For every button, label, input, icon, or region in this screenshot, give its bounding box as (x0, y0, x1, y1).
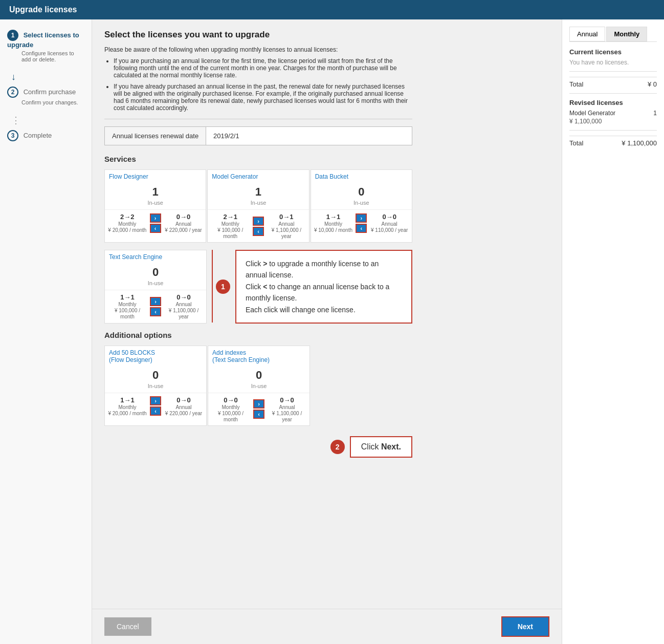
downgrade-btn-indexes[interactable]: ‹ (253, 410, 264, 419)
page-title: Upgrade licenses (9, 5, 77, 14)
service-controls-flow: 2→2 Monthly ¥ 20,000 / month › ‹ 0→0 Ann… (105, 210, 206, 236)
monthly-col-model: 2→1 Monthly ¥ 100,000 / month (210, 213, 251, 239)
step-3: 3 Complete (7, 130, 84, 141)
service-inuse-blocks: 0 In-use (105, 366, 206, 393)
upgrade-btn-flow[interactable]: › (150, 213, 161, 223)
service-inuse-flow: 1 In-use (105, 182, 206, 210)
revised-item-count: 1 (653, 110, 657, 117)
renewal-date-box: Annual licenses renewal date 2019/2/1 (104, 126, 412, 145)
services-section-title: Services (104, 155, 412, 163)
tooltip-circle-1: 1 (216, 280, 230, 294)
cancel-button[interactable]: Cancel (104, 617, 151, 636)
service-controls-blocks: 1→1 Monthly ¥ 20,000 / month › ‹ 0→0 Ann… (105, 393, 206, 419)
current-licenses-title: Current licenses (569, 48, 657, 56)
service-name-flow: Flow Designer (105, 170, 206, 182)
additional-grid: Add 50 BLOCKS (Flow Designer) 0 In-use 1… (104, 346, 412, 426)
step-1-number: 1 (7, 30, 18, 41)
step-3-title: Complete (24, 132, 52, 139)
tooltip-area: 1 Click > to upgrade a monthly license t… (212, 250, 412, 324)
service-add-blocks: Add 50 BLOCKS (Flow Designer) 0 In-use 1… (104, 346, 207, 426)
service-add-indexes: Add indexes (Text Search Engine) 0 In-us… (208, 346, 310, 426)
revised-item-name: Model Generator (569, 110, 615, 117)
tooltip-circle-2: 2 (330, 440, 345, 454)
downgrade-btn-flow[interactable]: ‹ (150, 224, 161, 233)
upgrade-btn-data[interactable]: › (356, 213, 367, 223)
monthly-col-flow: 2→2 Monthly ¥ 20,000 / month (107, 213, 148, 233)
arrow-btns-text[interactable]: › ‹ (150, 297, 161, 316)
tab-annual[interactable]: Annual (569, 27, 605, 41)
notice-intro: Please be aware of the following when up… (104, 46, 412, 53)
tabs-row: Annual Monthly (569, 27, 657, 42)
upgrade-btn-indexes[interactable]: › (253, 399, 264, 409)
service-controls-data: 1→1 Monthly ¥ 10,000 / month › ‹ 0→0 Ann… (311, 210, 412, 236)
revised-total-value: ¥ 1,100,000 (622, 139, 657, 147)
service-inuse-indexes: 0 In-use (208, 366, 309, 393)
click-next-area: 2 Click Next. (104, 436, 412, 458)
service-inuse-data: 0 In-use (311, 182, 412, 210)
arrow-btns-blocks[interactable]: › ‹ (150, 396, 161, 416)
revised-total-label: Total (569, 139, 583, 147)
arrow-btns-model[interactable]: › ‹ (253, 217, 264, 236)
annual-col-model: 0→1 Annual ¥ 1,100,000 / year (266, 213, 307, 239)
current-total-row: Total ¥ 0 (569, 77, 657, 88)
downgrade-btn-text[interactable]: ‹ (150, 307, 161, 316)
current-total: ¥ 0 (648, 80, 657, 88)
upgrade-btn-text[interactable]: › (150, 297, 161, 306)
main-heading: Select the licenses you want to upgrade (104, 30, 412, 40)
revised-total-row: Total ¥ 1,100,000 (569, 136, 657, 147)
tooltip-box: Click > to upgrade a monthly license to … (235, 250, 412, 324)
arrow-btns-flow[interactable]: › ‹ (150, 213, 161, 233)
revised-item: Model Generator 1 (569, 110, 657, 117)
arrow-btns-indexes[interactable]: › ‹ (253, 399, 264, 419)
sidebar: 1 Select licenses to upgrade Configure l… (0, 19, 92, 644)
services-grid: Flow Designer 1 In-use 2→2 Monthly ¥ 20,… (104, 169, 412, 243)
step-arrow-1: ↓ (11, 72, 84, 82)
revised-item-price: ¥ 1,100,000 (569, 118, 657, 125)
arrow-btns-data[interactable]: › ‹ (356, 213, 367, 233)
step-3-number: 3 (7, 130, 18, 141)
service-model-generator: Model Generator 1 In-use 2→1 Monthly ¥ 1… (207, 169, 309, 243)
renewal-label: Annual licenses renewal date (105, 127, 206, 145)
service-inuse-text: 0 In-use (105, 263, 206, 290)
downgrade-btn-model[interactable]: ‹ (253, 227, 264, 236)
step-2-subtitle: Confirm your changes. (21, 99, 84, 105)
service-controls-model: 2→1 Monthly ¥ 100,000 / month › ‹ 0→1 An… (208, 210, 308, 242)
tab-monthly[interactable]: Monthly (606, 27, 647, 41)
step-dots: ⋮ (11, 115, 84, 126)
step-1-subtitle: Configure licenses to add or delete. (21, 50, 84, 62)
additional-title: Additional options (104, 331, 412, 339)
content-area: Select the licenses you want to upgrade … (92, 19, 425, 609)
annual-col-flow: 0→0 Annual ¥ 220,000 / year (163, 213, 204, 233)
service-name-model: Model Generator (208, 170, 308, 182)
click-next-label: Click Next. (350, 436, 412, 458)
next-button[interactable]: Next (501, 616, 549, 637)
service-text-search: Text Search Engine 0 In-use 1→1 Monthly … (104, 250, 207, 324)
upgrade-btn-model[interactable]: › (253, 217, 264, 226)
annual-col-data: 0→0 Annual ¥ 110,000 / year (369, 213, 410, 233)
notice-item-2: If you have already purchased an annual … (114, 83, 412, 112)
right-panel: Annual Monthly Current licenses You have… (562, 19, 664, 644)
step-2: 2 Confirm purchase Confirm your changes. (7, 87, 84, 105)
service-inuse-model: 1 In-use (208, 182, 308, 210)
text-search-row: Text Search Engine 0 In-use 1→1 Monthly … (104, 250, 412, 324)
service-flow-designer: Flow Designer 1 In-use 2→2 Monthly ¥ 20,… (104, 169, 206, 243)
step-2-number: 2 (7, 87, 18, 98)
bottom-bar: Cancel Next (92, 609, 562, 644)
total-label: Total (569, 80, 583, 88)
upgrade-btn-blocks[interactable]: › (150, 396, 161, 405)
notice-list: If you are purchasing an annual license … (114, 57, 412, 112)
notice-item-1: If you are purchasing an annual license … (114, 57, 412, 79)
monthly-col-data: 1→1 Monthly ¥ 10,000 / month (313, 213, 354, 233)
downgrade-btn-data[interactable]: ‹ (356, 224, 367, 233)
step-1: 1 Select licenses to upgrade Configure l… (7, 30, 84, 62)
service-name-text: Text Search Engine (105, 250, 206, 263)
service-name-indexes: Add indexes (Text Search Engine) (208, 346, 309, 366)
no-licenses-text: You have no licenses. (569, 59, 657, 66)
renewal-value: 2019/2/1 (206, 127, 247, 145)
service-name-data: Data Bucket (311, 170, 412, 182)
downgrade-btn-blocks[interactable]: ‹ (150, 406, 161, 416)
service-data-bucket: Data Bucket 0 In-use 1→1 Monthly ¥ 10,00… (311, 169, 412, 243)
service-controls-indexes: 0→0 Monthly ¥ 100,000 / month › ‹ 0→0 An… (208, 393, 309, 425)
step-2-title: Confirm purchase (24, 88, 76, 96)
service-controls-text: 1→1 Monthly ¥ 100,000 / month › ‹ 0→0 An… (105, 290, 206, 323)
